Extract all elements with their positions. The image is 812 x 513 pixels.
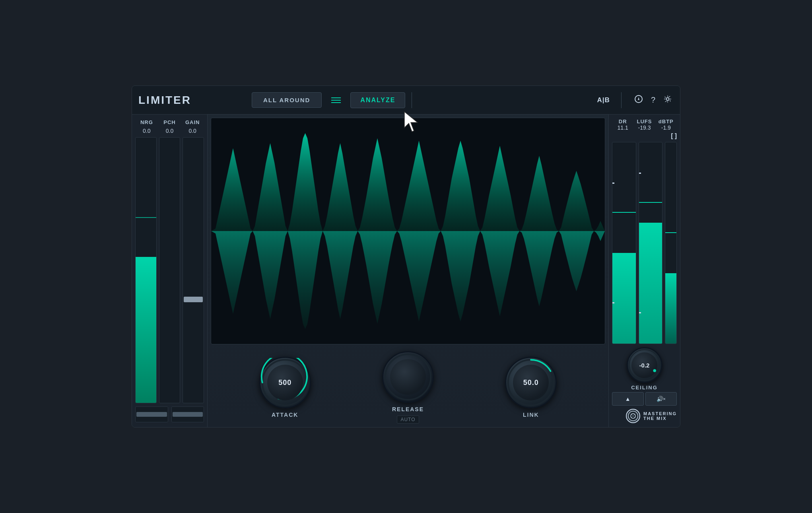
gain-label: GAIN <box>181 119 204 125</box>
release-sublabel: AUTO <box>397 416 419 424</box>
svg-point-1 <box>666 98 669 101</box>
attack-group: 500 ATTACK <box>259 357 311 418</box>
dr-value: 11.1 <box>612 124 633 131</box>
ceiling-knob[interactable]: -0.2 <box>627 347 662 383</box>
ab-button[interactable]: A|B <box>597 96 610 104</box>
waveform-area <box>211 118 605 344</box>
controls-row: 500 ATTACK RELEASE AUTO <box>208 348 608 427</box>
pch-meter <box>159 137 181 403</box>
meters-row <box>135 137 204 403</box>
right-meter-3 <box>665 142 677 344</box>
settings-icon-button[interactable] <box>662 93 674 107</box>
release-knob[interactable] <box>382 351 434 403</box>
right-meter-2 <box>639 142 663 344</box>
nrg-label: NRG <box>135 119 158 125</box>
dr-col: DR 11.1 <box>612 119 633 131</box>
svg-point-6 <box>629 350 660 381</box>
ceiling-arrow-button[interactable]: ▲ <box>612 392 644 406</box>
paint-icon-button[interactable] <box>633 93 645 107</box>
main-content: NRG PCH GAIN 0.0 0.0 0.0 <box>132 115 680 427</box>
hamburger-line-2 <box>331 100 341 101</box>
attack-value: 500 <box>267 365 303 400</box>
lufs-col: LUFS -19.3 <box>633 119 655 131</box>
lufs-value: -19.3 <box>633 124 655 131</box>
right-metrics: DR 11.1 LUFS -19.3 dBTP -1.9 <box>612 119 677 131</box>
gain-value: 0.0 <box>181 128 204 134</box>
lufs-label: LUFS <box>633 119 655 124</box>
hamburger-line-1 <box>331 97 341 98</box>
app-title: LIMITER <box>138 94 191 107</box>
preset-button[interactable]: ALL AROUND <box>252 92 322 108</box>
link-label: LINK <box>523 412 539 418</box>
release-group: RELEASE AUTO <box>382 351 434 424</box>
paint-icon <box>634 95 643 103</box>
pch-bottom-slider[interactable] <box>171 406 204 422</box>
attack-knob[interactable]: 500 <box>259 357 311 408</box>
bottom-sliders <box>135 406 204 422</box>
mute-x: × <box>663 396 666 401</box>
nrg-meter <box>135 137 157 403</box>
attack-label: ATTACK <box>272 412 298 418</box>
svg-point-7 <box>653 369 656 372</box>
top-bar: LIMITER ALL AROUND ANALYZE A|B ? <box>132 86 680 115</box>
divider <box>412 92 412 108</box>
ceiling-label: CEILING <box>631 385 658 391</box>
bracket-right: ] <box>675 132 677 140</box>
dbtp-label: dBTP <box>655 119 677 124</box>
brand-line2: THE MIX <box>643 416 677 421</box>
dbtp-col: dBTP -1.9 <box>655 119 677 131</box>
release-label: RELEASE <box>392 406 424 412</box>
brand-line1: MASTERING <box>643 411 677 416</box>
meter-values: 0.0 0.0 0.0 <box>135 128 204 134</box>
branding: MASTERING THE MIX <box>612 406 677 423</box>
hamburger-line-3 <box>331 102 341 103</box>
top-right-icons: A|B ? <box>597 92 674 108</box>
right-meter-1 <box>612 142 636 344</box>
meter-labels: NRG PCH GAIN <box>135 119 204 125</box>
brand-logo-icon <box>627 410 639 422</box>
ceiling-buttons: ▲ 🔊 × <box>612 392 677 406</box>
divider2 <box>621 92 622 108</box>
settings-icon <box>663 95 672 103</box>
mute-icon: 🔊 <box>657 396 663 402</box>
gain-slider[interactable] <box>183 137 204 403</box>
right-meters-area <box>612 142 677 344</box>
bracket-row: [ ] <box>612 132 677 140</box>
brand-logo <box>626 409 640 423</box>
ceiling-section: -0.2 CEILING ▲ 🔊 × <box>612 347 677 406</box>
center-panel: 500 ATTACK RELEASE AUTO <box>208 115 608 427</box>
bracket-left: [ <box>671 132 673 140</box>
help-icon-button[interactable]: ? <box>649 94 657 106</box>
release-value <box>390 359 426 395</box>
link-value: 50.0 <box>513 365 549 400</box>
analyze-button[interactable]: ANALYZE <box>350 92 405 108</box>
dr-label: DR <box>612 119 633 124</box>
ceiling-mute-button[interactable]: 🔊 × <box>645 392 677 406</box>
link-group: 50.0 LINK <box>505 357 557 418</box>
link-knob[interactable]: 50.0 <box>505 357 557 408</box>
pch-value: 0.0 <box>158 128 181 134</box>
left-panel: NRG PCH GAIN 0.0 0.0 0.0 <box>132 115 208 427</box>
waveform-svg <box>211 118 605 344</box>
right-panel: DR 11.1 LUFS -19.3 dBTP -1.9 [ ] <box>608 115 680 427</box>
ceiling-arc <box>628 348 661 382</box>
nrg-bottom-slider[interactable] <box>135 406 168 422</box>
brand-text: MASTERING THE MIX <box>643 411 677 421</box>
nrg-value: 0.0 <box>135 128 158 134</box>
dbtp-value: -1.9 <box>655 124 677 131</box>
pch-label: PCH <box>158 119 181 125</box>
hamburger-button[interactable] <box>328 94 344 106</box>
help-icon: ? <box>651 95 655 104</box>
